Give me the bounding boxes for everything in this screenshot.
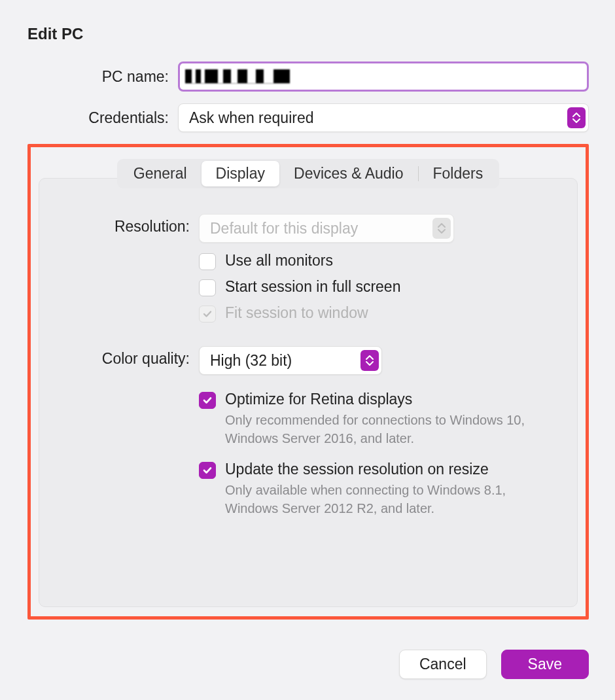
credentials-value: Ask when required	[189, 109, 314, 127]
update-on-resize-sub: Only available when connecting to Window…	[225, 481, 557, 517]
optimize-retina-sub: Only recommended for connections to Wind…	[225, 411, 557, 447]
monitor-options-row: Use all monitors Start session in full s…	[59, 252, 557, 330]
optimize-retina-row: Optimize for Retina displays Only recomm…	[59, 391, 557, 525]
fit-to-window-label: Fit session to window	[225, 304, 368, 322]
pc-name-input-wrapper[interactable]	[178, 61, 589, 92]
dialog-buttons: Cancel Save	[399, 650, 589, 679]
update-on-resize-checkbox[interactable]	[199, 462, 216, 479]
use-all-monitors-label: Use all monitors	[225, 252, 333, 270]
tab-general[interactable]: General	[119, 161, 202, 186]
dialog-title: Edit PC	[27, 25, 589, 43]
cancel-button[interactable]: Cancel	[399, 650, 487, 679]
optimize-retina-checkbox[interactable]	[199, 392, 216, 409]
edit-pc-dialog: Edit PC PC name: Credentials: Ask when r…	[7, 7, 608, 693]
credentials-row: Credentials: Ask when required	[27, 103, 589, 132]
stepper-icon[interactable]	[360, 350, 379, 371]
tab-devices-audio[interactable]: Devices & Audio	[279, 161, 417, 186]
color-quality-row: Color quality: High (32 bit)	[59, 346, 557, 375]
pc-name-row: PC name:	[27, 61, 589, 92]
credentials-select[interactable]: Ask when required	[178, 103, 589, 132]
highlight-annotation: General Display Devices & Audio Folders …	[27, 144, 589, 620]
stepper-icon[interactable]	[567, 107, 586, 128]
resolution-value: Default for this display	[210, 220, 358, 237]
credentials-select-wrapper: Ask when required	[178, 103, 589, 132]
pc-name-value-redacted	[185, 69, 290, 84]
optimize-retina-label: Optimize for Retina displays	[225, 391, 557, 408]
stepper-icon	[432, 218, 451, 239]
use-all-monitors-checkbox[interactable]	[199, 253, 216, 270]
resolution-select[interactable]: Default for this display	[199, 214, 454, 243]
save-button[interactable]: Save	[501, 650, 589, 679]
color-quality-label: Color quality:	[59, 346, 199, 368]
fit-to-window-checkbox	[199, 306, 216, 323]
start-fullscreen-checkbox[interactable]	[199, 279, 216, 296]
tab-display[interactable]: Display	[202, 161, 279, 186]
resolution-row: Resolution: Default for this display	[59, 214, 557, 243]
resolution-label: Resolution:	[59, 214, 199, 236]
update-on-resize-label: Update the session resolution on resize	[225, 461, 557, 478]
credentials-label: Credentials:	[27, 109, 178, 127]
pc-name-label: PC name:	[27, 68, 178, 86]
tab-folders[interactable]: Folders	[419, 161, 498, 186]
color-quality-value: High (32 bit)	[210, 352, 292, 370]
tabs: General Display Devices & Audio Folders	[117, 159, 499, 188]
display-panel: Resolution: Default for this display	[39, 178, 578, 607]
start-fullscreen-label: Start session in full screen	[225, 278, 400, 296]
color-quality-select[interactable]: High (32 bit)	[199, 346, 382, 375]
